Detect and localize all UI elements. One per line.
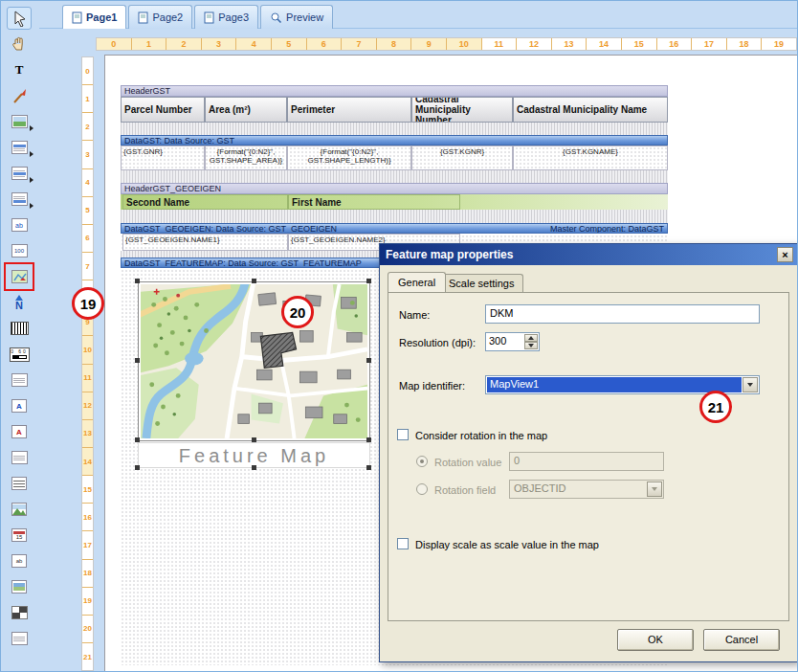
text-tool-icon[interactable]: T [7,58,32,81]
ruler-number: 11 [482,38,518,50]
dialog-title-bar: Feature map properties [380,244,797,265]
column-header-first-name[interactable]: First Name [288,194,460,210]
field-gst-kgnr[interactable]: {GST.KGNR} [411,146,513,170]
dropdown-arrow-icon[interactable] [30,203,33,209]
band-plain-tool-icon[interactable] [7,627,32,650]
display-scale-checkbox[interactable] [397,538,409,549]
spin-up-icon[interactable] [524,334,538,342]
report-designer-window: HeaderGST Parcel Number Area (m²) Perime… [0,0,798,672]
band-header-gst[interactable]: HeaderGST [121,85,668,97]
lines-field-tool-icon[interactable] [7,472,32,495]
name-field[interactable]: DKM [485,304,760,324]
cancel-button[interactable]: Cancel [703,629,780,651]
barcode-tool-icon[interactable] [7,317,32,340]
ruler-number: 21 [82,643,93,670]
text-field-blue-tool-icon[interactable]: A [7,394,32,417]
ruler-number: 15 [622,38,657,50]
ruler-number: 13 [552,38,587,50]
selection-handle[interactable] [135,465,140,470]
image-field-tool-icon[interactable] [7,575,32,598]
text-field-red-tool-icon[interactable]: A [7,420,32,443]
combo-dropdown-icon[interactable] [743,377,758,392]
selection-handle[interactable] [135,279,140,283]
spin-down-icon[interactable] [524,342,538,349]
column-header-second-name[interactable]: Second Name [122,194,288,210]
resolution-spinner[interactable]: 300 [485,332,540,351]
dropdown-arrow-icon[interactable] [30,177,33,183]
ok-button[interactable]: OK [617,629,694,651]
north-arrow-tool-icon[interactable]: N [7,291,32,314]
consider-rotation-checkbox[interactable] [397,429,409,440]
report-band-tool-icon[interactable] [7,136,32,159]
number-field-tool-icon[interactable]: 100 [7,239,32,262]
image-tool-icon[interactable] [7,110,32,133]
ruler-number: 19 [762,38,796,50]
page-icon [138,11,148,24]
select-pointer-icon[interactable] [7,7,32,30]
tab-page3[interactable]: Page3 [194,5,258,29]
ruler-number: 18 [82,560,93,588]
field-geoeigen-name1[interactable]: {GST_GEOEIGEN.NAME1} [122,234,288,251]
tab-page1[interactable]: Page1 [62,5,126,29]
column-header-parcel-number[interactable]: Parcel Number [121,97,205,123]
ruler-number: 14 [82,448,93,476]
tab-general[interactable]: General [388,272,446,292]
column-header-cad-mun-number[interactable]: Cadastral Municipality Number [411,97,513,123]
date-field-tool-icon[interactable]: 15 [7,524,32,547]
textbox-field-tool-icon[interactable]: ab [7,549,32,572]
picture-field-tool-icon[interactable] [7,498,32,521]
band-data-geoeigen[interactable]: DataGST_GEOEIGEN: Data Source: GST_GEOEI… [121,223,668,234]
selection-handle[interactable] [252,437,256,442]
rotation-field-radio[interactable] [416,483,428,495]
ruler-number: 6 [82,225,93,253]
format-brush-icon[interactable] [7,84,32,107]
ruler-number: 17 [692,38,727,50]
rotation-value-radio[interactable] [416,456,428,467]
tab-preview[interactable]: Preview [260,5,333,29]
map-caption[interactable]: Feature Map [138,442,370,468]
field-gst-shape-area[interactable]: {Format("{0:N2}", GST.SHAPE_AREA)} [205,146,287,170]
band-plain-tool-icon[interactable] [7,446,32,469]
band-header-geoeigen[interactable]: HeaderGST_GEOEIGEN [121,183,668,194]
ruler-number: 1 [82,85,93,113]
feature-map-tool-icon[interactable] [7,265,32,288]
scalebar-tool-icon[interactable]: 0 60 [7,343,32,366]
pan-hand-icon[interactable] [7,33,32,56]
band-data-geoeigen-label: DataGST_GEOEIGEN: Data Source: GST_GEOEI… [124,224,337,233]
selection-handle[interactable] [135,437,140,442]
selection-handle[interactable] [252,279,256,283]
ruler-number: 9 [411,38,447,50]
feature-map-image [141,284,367,438]
rotation-value-field[interactable]: 0 [509,452,664,471]
selection-handle[interactable] [252,465,256,470]
field-gst-gnr[interactable]: {GST.GNR} [121,146,205,170]
checker-field-tool-icon[interactable] [7,601,32,624]
selection-handle[interactable] [366,437,371,442]
column-header-cad-mun-name[interactable]: Cadastral Municipality Name [513,97,668,123]
rotation-value-label: Rotation value [434,457,501,468]
selection-handle[interactable] [135,358,140,363]
dropdown-arrow-icon[interactable] [30,125,33,131]
ruler-number: 15 [82,476,93,504]
field-gst-shape-length[interactable]: {Format("{0:N2}", GST.SHAPE_LENGTH)} [287,146,411,170]
tab-scale-settings[interactable]: Scale settings [439,274,523,292]
subreport-band-tool-icon[interactable] [7,188,32,211]
dropdown-arrow-icon[interactable] [30,151,33,157]
field-gst-kgname[interactable]: {GST.KGNAME} [513,146,668,170]
combo-dropdown-icon[interactable] [647,482,662,497]
tab-page2[interactable]: Page2 [128,5,192,29]
feature-map-object[interactable] [138,281,370,441]
ruler-number: 6 [307,38,343,50]
label-tool-icon[interactable]: ab [7,213,32,236]
selection-handle[interactable] [366,358,371,363]
ruler-number: 2 [82,113,93,141]
close-icon[interactable]: × [777,247,793,262]
band-plain-tool-icon[interactable] [7,369,32,392]
selection-handle[interactable] [366,465,371,470]
column-header-perimeter[interactable]: Perimeter [287,97,411,123]
rotation-field-combo[interactable]: OBJECTID [509,480,664,499]
selection-handle[interactable] [366,279,371,283]
data-band-tool-icon[interactable] [7,162,32,185]
band-data-gst[interactable]: DataGST: Data Source: GST [121,135,668,146]
column-header-area[interactable]: Area (m²) [205,97,287,123]
